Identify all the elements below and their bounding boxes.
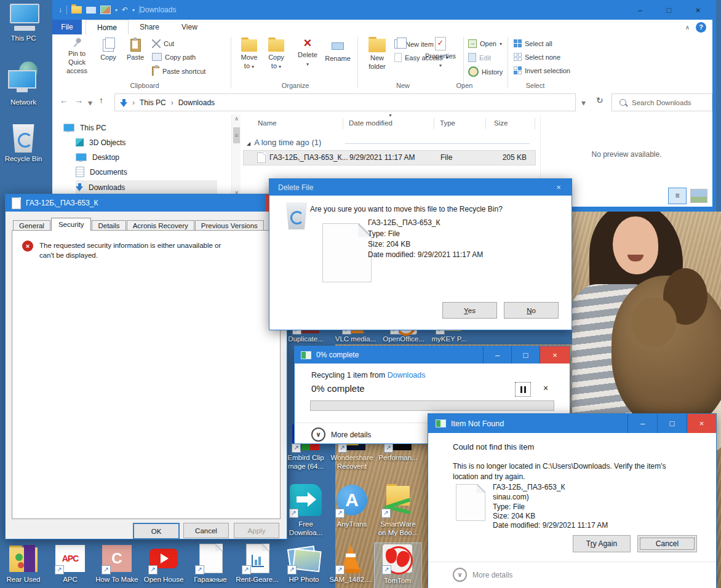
address-bar[interactable]: › This PC › Downloads (114, 93, 576, 111)
desktop-icon-this-pc[interactable]: This PC (0, 2, 47, 32)
column-header-type[interactable]: Type (440, 119, 455, 127)
tree-item-downloads[interactable]: Downloads (76, 180, 217, 194)
yes-button[interactable]: Yes (442, 302, 497, 319)
desktop-icon-sam-video[interactable]: SAM_1482.... (327, 544, 374, 574)
help-icon[interactable]: ? (696, 22, 706, 33)
desktop-icon-smartware[interactable]: SmartWare on My Boo... (375, 483, 421, 518)
no-button[interactable]: No (504, 302, 559, 319)
apply-button[interactable]: Apply (234, 523, 279, 538)
rename-button[interactable]: Rename (322, 37, 354, 63)
tree-item-this-pc[interactable]: This PC (63, 121, 106, 135)
select-all-button[interactable]: Select all (514, 39, 552, 47)
tab-file[interactable]: File (52, 20, 82, 34)
maximize-button[interactable]: □ (655, 0, 683, 20)
column-header-date[interactable]: Date modified (349, 119, 392, 127)
move-to-button[interactable]: Moveto ▾ (236, 37, 263, 71)
breadcrumb-downloads[interactable]: Downloads (178, 98, 215, 107)
tree-scrollbar[interactable]: ∧ ≡ ∨ (231, 114, 241, 207)
desktop-icon-rear-used[interactable]: Rear Used (0, 544, 47, 574)
properties-button[interactable]: ✓ Properties▾ (421, 37, 460, 70)
desktop-icon-recycle-bin[interactable]: Recycle Bin (0, 122, 47, 154)
more-details-toggle[interactable]: ∨ More details (453, 568, 512, 582)
maximize-button[interactable]: □ (657, 414, 687, 433)
group-collapse-icon[interactable]: ◢ (247, 141, 250, 146)
select-none-button[interactable]: Select none (514, 53, 560, 61)
cancel-button[interactable]: Cancel (637, 535, 697, 552)
tab-acronis-recovery[interactable]: Acronis Recovery (127, 220, 194, 231)
back-button[interactable]: ← (60, 95, 68, 105)
column-header-name[interactable]: Name (258, 119, 277, 127)
pause-button[interactable] (515, 382, 531, 397)
paste-button[interactable]: Paste (122, 37, 148, 62)
qat-undo-icon[interactable]: ↶ (122, 6, 128, 14)
close-button[interactable]: × (546, 179, 572, 196)
forward-button[interactable]: → (74, 95, 83, 105)
qat-folder-icon[interactable] (71, 6, 82, 14)
copy-to-button[interactable]: Copyto ▾ (263, 37, 290, 71)
edit-button[interactable]: Edit (468, 53, 491, 62)
minimize-button[interactable]: – (626, 0, 655, 20)
try-again-button[interactable]: Try Again (573, 535, 631, 552)
breadcrumb-this-pc[interactable]: This PC (140, 98, 166, 107)
column-header-size[interactable]: Size (494, 119, 508, 127)
minimize-button[interactable]: – (627, 414, 657, 433)
tree-item-desktop[interactable]: Desktop (76, 150, 119, 164)
scroll-up-arrow[interactable]: ∧ (232, 114, 241, 124)
downloads-link[interactable]: Downloads (388, 371, 426, 379)
cancel-operation-button[interactable]: × (543, 383, 548, 393)
paste-shortcut-button[interactable]: Paste shortcut (152, 66, 205, 76)
new-folder-button[interactable]: Newfolder (362, 37, 392, 71)
refresh-button[interactable]: ↻ (596, 95, 603, 105)
close-button[interactable]: × (540, 346, 570, 364)
close-button[interactable]: × (687, 414, 716, 433)
thumbnail-view-toggle[interactable] (690, 189, 707, 203)
open-button[interactable]: →Open ▾ (468, 39, 502, 48)
copy-button[interactable]: Copy (95, 37, 121, 62)
tab-view[interactable]: View (170, 20, 209, 34)
desktop-icon-hp-photo[interactable]: HP Photo (281, 544, 327, 574)
delete-button[interactable]: × Delete▾ (293, 37, 322, 68)
file-row[interactable]: ГАЗ-12Б,_ПАЗ-653_К... 9/29/2021 11:17 AM… (243, 150, 536, 165)
qat-picture-icon[interactable] (100, 6, 111, 14)
maximize-button[interactable]: □ (511, 346, 540, 364)
tab-share[interactable]: Share (129, 20, 170, 34)
invert-selection-button[interactable]: Invert selection (514, 66, 570, 74)
tab-previous-versions[interactable]: Previous Versions (195, 220, 264, 231)
minimize-button[interactable]: – (483, 346, 511, 364)
desktop-icon-rent-geared[interactable]: Rent-Geare... (234, 544, 281, 574)
tree-item-documents[interactable]: Documents (76, 165, 127, 179)
desktop-icon-anytrans[interactable]: A AnyTrans (329, 483, 375, 518)
group-header[interactable]: ◢A long time ago (1) (247, 138, 321, 147)
qat-monitor-icon[interactable] (86, 7, 96, 14)
qat-caret-icon[interactable]: ▾ (115, 7, 118, 13)
properties-title-bar[interactable]: ГАЗ-12Б,_ПАЗ-653_К × (6, 194, 287, 212)
tab-security[interactable]: Security (51, 218, 92, 231)
copy-path-button[interactable]: Copy path (152, 53, 196, 61)
more-details-toggle[interactable]: ∨ More details (311, 427, 371, 442)
cut-button[interactable]: Cut (152, 39, 174, 48)
pin-to-quick-access-button[interactable]: Pin to Quickaccess (60, 37, 94, 75)
desktop-icon-how-to-make[interactable]: C How To Make (94, 544, 140, 574)
search-box[interactable]: Search Downloads (611, 93, 712, 111)
desktop-icon-free-download[interactable]: Free Downloa... (282, 483, 329, 518)
desktop-icon-apc[interactable]: APC APC (47, 544, 94, 574)
notfound-title-bar[interactable]: Item Not Found – □ × (428, 414, 716, 433)
delete-title-bar[interactable]: Delete File × (269, 179, 572, 196)
history-button[interactable]: History (468, 66, 503, 77)
address-dropdown[interactable]: ▾ (581, 98, 586, 108)
tab-general[interactable]: General (13, 220, 50, 231)
desktop-icon-tomtom[interactable]: TomTom (374, 542, 421, 574)
details-view-toggle[interactable]: ≡ (668, 188, 687, 204)
up-button[interactable]: ↑ (99, 95, 103, 105)
desktop-icon-network[interactable]: Network (0, 62, 47, 96)
desktop-icon-open-house[interactable]: Open House (140, 544, 187, 574)
progress-title-bar[interactable]: 0% complete – □ × (295, 346, 570, 364)
desktop-icon-garazhnye[interactable]: Гаражные (187, 544, 234, 574)
recent-locations-dropdown[interactable]: ▾ (88, 98, 92, 108)
explorer-title-bar[interactable]: ↓ ▾ ↶ ▾ Downloads – □ × (52, 0, 712, 20)
tree-item-3d-objects[interactable]: 3D Objects (76, 135, 125, 149)
scroll-thumb[interactable]: ≡ (233, 127, 240, 143)
close-button[interactable]: × (683, 0, 712, 20)
cancel-button[interactable]: Cancel (183, 523, 229, 538)
tab-details[interactable]: Details (92, 220, 125, 231)
